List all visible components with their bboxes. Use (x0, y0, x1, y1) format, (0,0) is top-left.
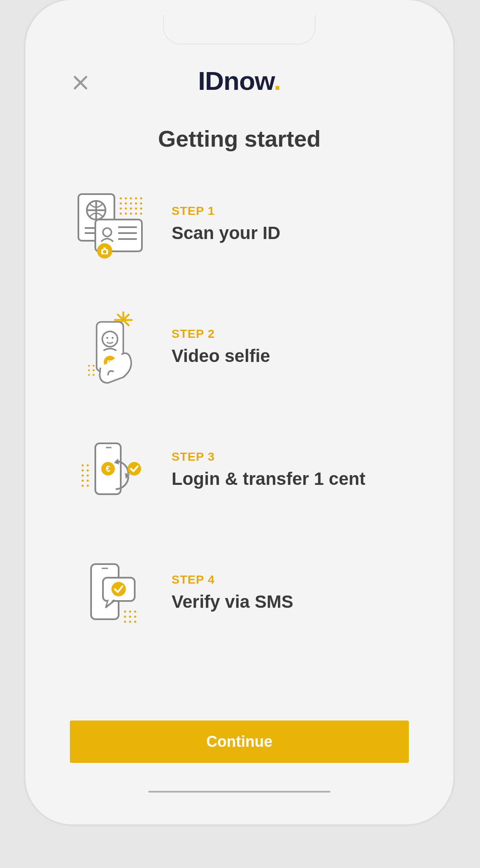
svg-point-83 (111, 582, 126, 596)
svg-point-72 (124, 616, 126, 618)
svg-point-48 (112, 337, 114, 339)
svg-point-7 (130, 203, 132, 205)
phone-frame: IDnow. Getting started (25, 0, 453, 824)
brand-dot: . (274, 66, 280, 95)
svg-point-68 (128, 462, 141, 476)
svg-point-44 (93, 374, 95, 376)
svg-point-39 (88, 365, 90, 367)
svg-point-4 (140, 198, 142, 200)
svg-text:€: € (105, 464, 110, 473)
step-text-4: STEP 4 Verify via SMS (172, 573, 413, 612)
svg-point-1 (125, 198, 127, 200)
step-label: STEP 3 (172, 450, 413, 464)
svg-point-74 (134, 616, 136, 618)
phone-screen: IDnow. Getting started (44, 15, 434, 805)
svg-point-19 (140, 213, 142, 215)
continue-button[interactable]: Continue (70, 721, 409, 763)
step-text-1: STEP 1 Scan your ID (172, 204, 413, 243)
step-text-3: STEP 3 Login & transfer 1 cent (172, 450, 413, 489)
step-scan-id: STEP 1 Scan your ID (66, 186, 413, 262)
svg-point-42 (93, 370, 95, 372)
svg-point-3 (135, 198, 137, 200)
close-button[interactable] (70, 72, 91, 93)
svg-point-15 (120, 213, 122, 215)
svg-point-16 (125, 213, 127, 215)
svg-point-0 (120, 198, 122, 200)
id-scan-icon (66, 186, 150, 262)
step-label: STEP 4 (172, 573, 413, 587)
svg-point-10 (120, 208, 122, 210)
svg-point-41 (88, 370, 90, 372)
step-text-2: STEP 2 Video selfie (172, 327, 413, 366)
svg-point-75 (124, 621, 126, 623)
svg-point-2 (130, 198, 132, 200)
step-title: Video selfie (172, 346, 413, 366)
home-indicator (148, 791, 330, 793)
svg-point-53 (87, 465, 89, 467)
svg-point-13 (135, 208, 137, 210)
svg-point-43 (88, 374, 90, 376)
svg-point-76 (129, 621, 131, 623)
step-title: Login & transfer 1 cent (172, 469, 413, 489)
svg-point-18 (135, 213, 137, 215)
svg-point-47 (106, 337, 108, 339)
step-video-selfie: STEP 2 Video selfie (66, 309, 413, 385)
svg-rect-34 (103, 248, 106, 250)
close-icon (71, 73, 90, 92)
transfer-icon: € (66, 431, 150, 508)
svg-point-8 (135, 203, 137, 205)
brand-logo: IDnow. (198, 66, 281, 96)
svg-point-11 (125, 208, 127, 210)
svg-point-33 (103, 250, 106, 253)
svg-point-5 (120, 203, 122, 205)
phone-notch (163, 15, 316, 45)
step-label: STEP 2 (172, 327, 413, 341)
svg-point-6 (125, 203, 127, 205)
svg-point-70 (129, 611, 131, 613)
svg-point-60 (82, 485, 84, 487)
svg-point-58 (82, 480, 84, 482)
video-selfie-icon (66, 309, 150, 385)
svg-point-73 (129, 616, 131, 618)
svg-point-17 (130, 213, 132, 215)
svg-point-61 (87, 485, 89, 487)
step-title: Verify via SMS (172, 592, 413, 612)
svg-point-14 (140, 208, 142, 210)
svg-point-54 (82, 470, 84, 472)
svg-point-52 (82, 465, 84, 467)
step-label: STEP 1 (172, 204, 413, 218)
svg-point-9 (140, 203, 142, 205)
brand-name: IDnow (198, 66, 274, 95)
step-verify-sms: STEP 4 Verify via SMS (66, 554, 413, 631)
steps-list: STEP 1 Scan your ID (44, 186, 434, 631)
svg-point-71 (134, 611, 136, 613)
svg-point-69 (124, 611, 126, 613)
svg-point-77 (134, 621, 136, 623)
svg-point-55 (87, 470, 89, 472)
svg-point-57 (87, 475, 89, 477)
svg-point-59 (87, 480, 89, 482)
sms-verify-icon (66, 554, 150, 631)
svg-point-40 (93, 365, 95, 367)
svg-point-12 (130, 208, 132, 210)
svg-point-56 (82, 475, 84, 477)
page-title: Getting started (44, 125, 434, 152)
step-title: Scan your ID (172, 223, 413, 243)
step-transfer: € STEP 3 Login & transfer 1 cent (66, 431, 413, 508)
